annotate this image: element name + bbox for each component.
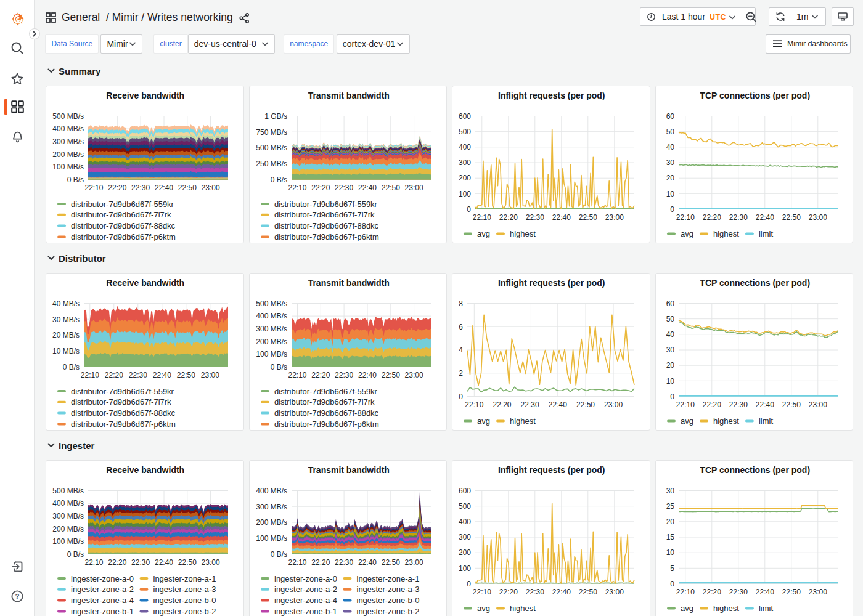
svg-text:22:40: 22:40 (358, 371, 376, 379)
svg-text:ingester-zone-a-4: ingester-zone-a-4 (274, 596, 337, 605)
svg-text:22:50: 22:50 (381, 184, 399, 192)
svg-text:40: 40 (666, 143, 674, 152)
svg-text:distributor-7d9db6d67f-88dkc: distributor-7d9db6d67f-88dkc (274, 408, 379, 418)
svg-text:22:40: 22:40 (358, 558, 376, 567)
svg-text:23:00: 23:00 (808, 400, 827, 409)
svg-text:Transmit bandwidth: Transmit bandwidth (308, 278, 389, 288)
svg-text:300 MB/s: 300 MB/s (256, 503, 287, 511)
svg-text:23:00: 23:00 (605, 588, 624, 596)
svg-text:22:20: 22:20 (108, 558, 126, 567)
svg-text:22:20: 22:20 (702, 400, 721, 409)
svg-text:20: 20 (666, 174, 674, 182)
svg-text:22:20: 22:20 (105, 371, 123, 379)
svg-text:23:00: 23:00 (404, 184, 423, 192)
svg-text:0 B/s: 0 B/s (67, 550, 84, 559)
svg-text:20 MB/s: 20 MB/s (52, 331, 80, 339)
svg-text:TCP connections (per pod): TCP connections (per pod) (700, 278, 810, 288)
svg-text:avg: avg (477, 604, 490, 613)
svg-text:ingester-zone-a-2: ingester-zone-a-2 (71, 585, 134, 594)
svg-text:22:50: 22:50 (579, 588, 597, 596)
svg-text:23:00: 23:00 (202, 558, 220, 567)
svg-text:22:20: 22:20 (311, 371, 330, 379)
svg-text:400 MB/s: 400 MB/s (52, 499, 84, 508)
svg-text:22:10: 22:10 (473, 213, 491, 222)
svg-text:300 MB/s: 300 MB/s (52, 512, 84, 521)
svg-text:200 MB/s: 200 MB/s (256, 518, 287, 527)
svg-text:22:10: 22:10 (81, 371, 99, 379)
svg-text:400: 400 (459, 143, 471, 152)
svg-text:ingester-zone-b-0: ingester-zone-b-0 (153, 596, 216, 605)
svg-text:22:50: 22:50 (782, 588, 800, 596)
svg-text:0: 0 (670, 392, 674, 400)
svg-text:22:40: 22:40 (755, 588, 774, 596)
svg-text:300: 300 (459, 158, 471, 167)
svg-text:0 B/s: 0 B/s (63, 362, 80, 371)
svg-text:0 B/s: 0 B/s (270, 175, 287, 184)
svg-text:ingester-zone-a-0: ingester-zone-a-0 (274, 574, 337, 583)
svg-text:avg: avg (681, 604, 693, 613)
svg-text:distributor-7d9db6d67f-7l7rk: distributor-7d9db6d67f-7l7rk (71, 210, 171, 219)
svg-text:100 MB/s: 100 MB/s (256, 534, 287, 543)
svg-text:22:10: 22:10 (288, 558, 306, 567)
svg-text:50: 50 (666, 314, 674, 323)
svg-text:22:10: 22:10 (465, 400, 483, 409)
svg-text:limit: limit (758, 229, 772, 238)
svg-text:distributor-7d9db6d67f-p6ktm: distributor-7d9db6d67f-p6ktm (71, 232, 176, 241)
svg-text:500 MB/s: 500 MB/s (256, 299, 287, 307)
svg-text:22:30: 22:30 (521, 400, 539, 409)
svg-text:22:20: 22:20 (493, 400, 511, 409)
svg-text:600: 600 (459, 487, 471, 495)
svg-text:ingester-zone-a-3: ingester-zone-a-3 (153, 585, 216, 594)
svg-text:22:50: 22:50 (782, 213, 800, 222)
svg-text:10: 10 (666, 189, 674, 198)
svg-text:30 MB/s: 30 MB/s (52, 315, 80, 323)
svg-text:limit: limit (758, 604, 772, 613)
svg-text:22:10: 22:10 (676, 588, 694, 596)
svg-text:22:10: 22:10 (84, 558, 103, 567)
svg-text:200 MB/s: 200 MB/s (256, 337, 287, 346)
svg-text:22:40: 22:40 (552, 588, 571, 596)
svg-text:ingester-zone-b-1: ingester-zone-b-1 (274, 607, 337, 616)
svg-text:50: 50 (666, 127, 674, 136)
svg-text:200 MB/s: 200 MB/s (52, 525, 84, 533)
svg-text:23:00: 23:00 (605, 213, 624, 222)
svg-text:Inflight requests (per pod): Inflight requests (per pod) (498, 465, 605, 475)
svg-text:22:20: 22:20 (311, 184, 330, 192)
svg-text:distributor-7d9db6d67f-559kr: distributor-7d9db6d67f-559kr (71, 199, 174, 208)
svg-text:23:00: 23:00 (808, 588, 827, 596)
svg-text:distributor-7d9db6d67f-88dkc: distributor-7d9db6d67f-88dkc (274, 221, 379, 230)
svg-text:22:30: 22:30 (526, 213, 544, 222)
svg-text:distributor-7d9db6d67f-p6ktm: distributor-7d9db6d67f-p6ktm (274, 232, 379, 241)
svg-text:8: 8 (459, 299, 463, 307)
svg-text:20: 20 (666, 361, 674, 370)
svg-text:22:50: 22:50 (177, 371, 195, 379)
svg-text:30: 30 (666, 346, 674, 354)
svg-text:22:30: 22:30 (129, 371, 147, 379)
svg-text:500 MB/s: 500 MB/s (256, 144, 287, 152)
svg-text:22:30: 22:30 (729, 213, 747, 222)
svg-text:ingester-zone-a-3: ingester-zone-a-3 (356, 585, 419, 594)
svg-text:6: 6 (459, 322, 463, 331)
svg-text:ingester-zone-b-2: ingester-zone-b-2 (153, 607, 216, 616)
svg-text:distributor-7d9db6d67f-7l7rk: distributor-7d9db6d67f-7l7rk (71, 397, 171, 407)
svg-text:0: 0 (467, 205, 471, 213)
svg-text:1 GB/s: 1 GB/s (264, 111, 287, 120)
svg-text:highest: highest (510, 229, 536, 238)
svg-text:TCP connections (per pod): TCP connections (per pod) (700, 465, 810, 475)
svg-text:100 MB/s: 100 MB/s (52, 163, 84, 171)
svg-text:22:30: 22:30 (131, 184, 150, 192)
svg-text:100: 100 (459, 564, 471, 573)
svg-text:22:50: 22:50 (178, 184, 197, 192)
svg-text:highest: highest (510, 604, 536, 613)
svg-text:22:10: 22:10 (288, 371, 306, 379)
svg-text:ingester-zone-b-0: ingester-zone-b-0 (356, 596, 419, 605)
svg-text:distributor-7d9db6d67f-559kr: distributor-7d9db6d67f-559kr (274, 386, 378, 395)
svg-text:avg: avg (477, 229, 490, 238)
svg-text:22:50: 22:50 (178, 558, 197, 567)
svg-text:ingester-zone-a-0: ingester-zone-a-0 (71, 574, 134, 583)
svg-text:Receive bandwidth: Receive bandwidth (106, 465, 184, 475)
svg-text:200: 200 (459, 548, 471, 557)
svg-text:ingester-zone-a-2: ingester-zone-a-2 (274, 585, 337, 594)
svg-text:22:30: 22:30 (335, 558, 353, 567)
svg-text:distributor-7d9db6d67f-559kr: distributor-7d9db6d67f-559kr (71, 386, 174, 395)
